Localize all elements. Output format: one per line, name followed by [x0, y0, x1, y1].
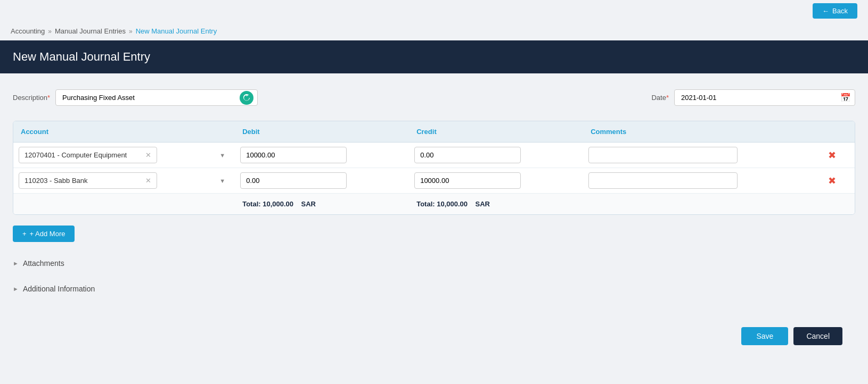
- breadcrumb: Accounting » Manual Journal Entries » Ne…: [0, 22, 868, 40]
- comment-input-2[interactable]: [588, 172, 738, 189]
- total-empty: [13, 194, 235, 215]
- total-credit-currency: SAR: [475, 200, 489, 208]
- total-debit-label: Total: 10,000.00: [242, 200, 293, 208]
- table-row: 12070401 - Computer Equipment ✕ ▼: [13, 143, 855, 168]
- back-button[interactable]: ← Back: [813, 3, 857, 19]
- add-more-label: + Add More: [30, 230, 65, 238]
- delete-cell-2: ✖: [821, 168, 855, 194]
- breadcrumb-journal-entries[interactable]: Manual Journal Entries: [55, 27, 126, 35]
- dropdown-arrow-2: ▼: [219, 178, 225, 184]
- description-group: Description*: [13, 89, 258, 106]
- col-debit: Debit: [235, 121, 409, 143]
- journal-table-wrapper: Account Debit Credit Comments 12070401 -…: [13, 121, 855, 215]
- additional-info-toggle[interactable]: ► Additional Information: [13, 280, 95, 297]
- account-cell-1: 12070401 - Computer Equipment ✕ ▼: [13, 143, 235, 168]
- date-label: Date*: [651, 94, 669, 102]
- credit-cell-2: [409, 168, 583, 194]
- bottom-bar: Save Cancel: [13, 319, 855, 354]
- page-header: New Manual Journal Entry: [0, 40, 868, 73]
- account-text-2: 110203 - Sabb Bank: [24, 177, 142, 185]
- debit-cell-1: [235, 143, 409, 168]
- col-credit: Credit: [409, 121, 583, 143]
- main-content: Description* Date* 📅: [0, 73, 868, 370]
- debit-input-2[interactable]: [240, 172, 347, 189]
- date-group: Date* 📅: [651, 89, 855, 106]
- page-title: New Manual Journal Entry: [13, 50, 150, 63]
- total-debit-cell: Total: 10,000.00 SAR: [235, 194, 409, 215]
- calendar-icon-button[interactable]: 📅: [840, 93, 851, 103]
- journal-table: Account Debit Credit Comments 12070401 -…: [13, 121, 855, 214]
- cancel-button[interactable]: Cancel: [793, 327, 842, 345]
- debit-input-1[interactable]: [240, 147, 347, 163]
- back-button-label: Back: [832, 7, 848, 15]
- credit-input-1[interactable]: [414, 147, 521, 163]
- account-clear-2[interactable]: ✕: [145, 177, 151, 184]
- plus-icon: +: [22, 230, 27, 238]
- top-bar: ← Back: [0, 0, 868, 22]
- total-debit-currency: SAR: [301, 200, 316, 208]
- breadcrumb-sep-1: »: [48, 28, 52, 35]
- delete-cell-1: ✖: [821, 143, 855, 168]
- col-actions: [821, 121, 855, 143]
- account-select-wrapper-2: 110203 - Sabb Bank ✕ ▼: [19, 172, 230, 189]
- dropdown-arrow-1: ▼: [219, 152, 225, 158]
- form-row: Description* Date* 📅: [13, 89, 855, 106]
- breadcrumb-sep-2: »: [129, 28, 133, 35]
- description-icon-button[interactable]: [240, 91, 253, 105]
- breadcrumb-current: New Manual Journal Entry: [136, 27, 217, 35]
- additional-info-section: ► Additional Information: [13, 280, 855, 297]
- additional-info-chevron-icon: ►: [13, 286, 19, 292]
- delete-row-2-button[interactable]: ✖: [826, 175, 838, 187]
- credit-cell-1: [409, 143, 583, 168]
- description-input[interactable]: [55, 89, 258, 106]
- description-label: Description*: [13, 94, 50, 102]
- account-cell-2: 110203 - Sabb Bank ✕ ▼: [13, 168, 235, 194]
- date-input-wrapper: 📅: [674, 89, 855, 106]
- arrow-left-icon: ←: [822, 7, 829, 15]
- attachments-label: Attachments: [23, 259, 64, 268]
- total-credit-cell: Total: 10,000.00 SAR: [409, 194, 583, 215]
- account-text-1: 12070401 - Computer Equipment: [24, 151, 142, 159]
- comment-cell-2: [583, 168, 821, 194]
- col-comments: Comments: [583, 121, 821, 143]
- add-more-button[interactable]: + + Add More: [13, 226, 75, 242]
- account-select-wrapper-1: 12070401 - Computer Equipment ✕ ▼: [19, 147, 230, 163]
- total-credit-label: Total: 10,000.00: [416, 200, 468, 208]
- total-row: Total: 10,000.00 SAR Total: 10,000.00 SA…: [13, 194, 855, 215]
- attachments-toggle[interactable]: ► Attachments: [13, 255, 64, 272]
- total-action-empty: [821, 194, 855, 215]
- save-button[interactable]: Save: [741, 327, 788, 345]
- date-input[interactable]: [674, 89, 855, 106]
- comment-input-1[interactable]: [588, 147, 738, 163]
- description-input-wrapper: [55, 89, 258, 106]
- table-header-row: Account Debit Credit Comments: [13, 121, 855, 143]
- delete-row-1-button[interactable]: ✖: [826, 149, 838, 161]
- breadcrumb-accounting[interactable]: Accounting: [11, 27, 45, 35]
- credit-input-2[interactable]: [414, 172, 521, 189]
- account-clear-1[interactable]: ✕: [145, 152, 151, 158]
- debit-cell-2: [235, 168, 409, 194]
- col-account: Account: [13, 121, 235, 143]
- refresh-icon: [243, 94, 250, 102]
- comment-cell-1: [583, 143, 821, 168]
- total-comment-empty: [583, 194, 821, 215]
- table-row: 110203 - Sabb Bank ✕ ▼: [13, 168, 855, 194]
- attachments-section: ► Attachments: [13, 255, 855, 272]
- account-display-2[interactable]: 110203 - Sabb Bank ✕: [19, 172, 157, 189]
- additional-info-label: Additional Information: [23, 285, 95, 293]
- attachments-chevron-icon: ►: [13, 260, 19, 266]
- account-display-1[interactable]: 12070401 - Computer Equipment ✕: [19, 147, 157, 163]
